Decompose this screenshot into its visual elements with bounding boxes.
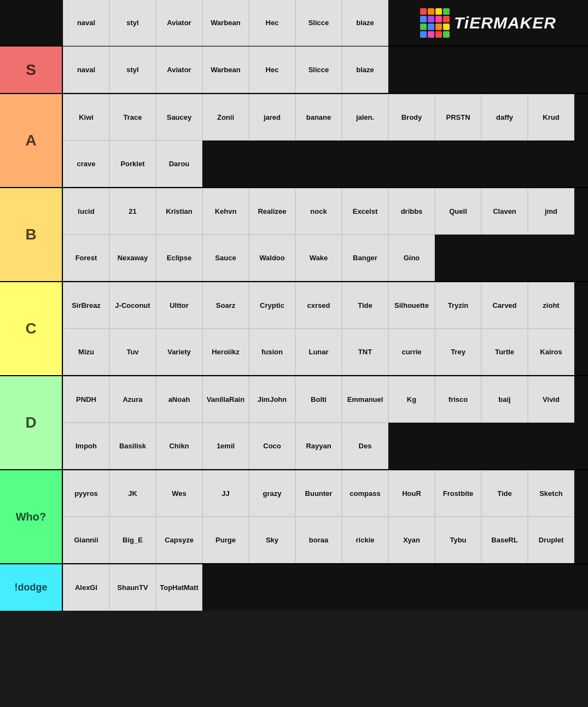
tier-row-c: C SirBreaz J-Coconut Ulttor Soarz Crypti… [0,282,588,376]
cell-saucey: Saucey [156,94,202,141]
cell-blaze: blaze [342,46,388,93]
cell-turtle: Turtle [481,329,528,375]
header-cell-warbean: Warbean [202,0,249,46]
cell-cryptic: Cryptic [249,282,295,329]
logo-grid [420,8,450,38]
cell-lunar: Lunar [295,329,342,375]
cell-1emil: 1emil [202,423,249,469]
cell-fusion: fusion [249,329,295,375]
tier-label-dodge: !dodge [0,564,63,611]
cell-boraa: boraa [295,517,342,563]
logo-dot [420,31,427,38]
cell-tide-c: Tide [342,282,388,329]
cell-brody: Brody [388,94,435,141]
cell-tryzin: Tryzin [435,282,481,329]
cell-tnt: TNT [342,329,388,375]
cell-eclipse: Eclipse [156,235,202,281]
cell-styl: styl [109,46,156,93]
tier-content-b: lucid 21 Kristian Kehvn Realizee nock Ex… [63,188,588,281]
cell-forest: Forest [63,235,109,281]
header-cell-hec: Hec [249,0,295,46]
tier-label-who: Who? [0,470,63,563]
header-row: naval styl Aviator Warbean Hec Slicce bl… [0,0,588,46]
logo-dot [420,8,427,15]
tier-label-s: S [0,46,63,93]
logo-dot [443,8,450,15]
tier-content-dodge: AlexGl ShaunTV TopHatMatt [63,564,588,611]
cell-porklet: Porklet [109,141,156,187]
logo-area: TiERMAKER [388,8,588,38]
tier-row-who: Who? pyyros JK Wes JJ grazy Buunter comp… [0,470,588,564]
cell-rayyan: Rayyan [295,423,342,469]
cell-trace: Trace [109,94,156,141]
cell-sky: Sky [249,517,295,563]
cell-banger: Banger [342,235,388,281]
cell-emmanuel: Emmanuel [342,376,388,423]
tier-label-d: D [0,376,63,469]
cell-kehvn: Kehvn [202,188,249,235]
cell-jared: jared [249,94,295,141]
header-cell-blaze: blaze [342,0,388,46]
cell-pyyros: pyyros [63,470,109,517]
cell-zonii: Zonii [202,94,249,141]
cell-alexgl: AlexGl [63,564,109,611]
cell-purge: Purge [202,517,249,563]
cell-gino: Gino [388,235,435,281]
cell-lucid: lucid [63,188,109,235]
cell-slicce: Slicce [295,46,342,93]
tier-content-d: PNDH Azura aNoah VanillaRain JimJohn Bol… [63,376,588,469]
cell-chikn: Chikn [156,423,202,469]
cell-dribbs: dribbs [388,188,435,235]
cell-hec: Hec [249,46,295,93]
cell-21: 21 [109,188,156,235]
cell-jj: JJ [202,470,249,517]
cell-kristian: Kristian [156,188,202,235]
cell-jmd: jmd [528,188,574,235]
cell-coco: Coco [249,423,295,469]
logo-dot [435,8,442,15]
header-cell-styl: styl [109,0,156,46]
cell-darou: Darou [156,141,202,187]
tier-row-b: B lucid 21 Kristian Kehvn Realizee nock … [0,188,588,282]
cell-crave: crave [63,141,109,187]
cell-zioht: zioht [528,282,574,329]
cell-tuv: Tuv [109,329,156,375]
tier-content-c: SirBreaz J-Coconut Ulttor Soarz Cryptic … [63,282,588,375]
cell-shauntv: ShaunTV [109,564,156,611]
cell-kairos: Kairos [528,329,574,375]
logo-dot [435,31,442,38]
cell-sirbreaz: SirBreaz [63,282,109,329]
logo-container: TiERMAKER [420,8,556,38]
logo-dot [428,8,434,15]
cell-baij: baij [481,376,528,423]
cell-realizee: Realizee [249,188,295,235]
cell-pndh: PNDH [63,376,109,423]
cell-azura: Azura [109,376,156,423]
cell-prstn: PRSTN [435,94,481,141]
tier-content-s: naval styl Aviator Warbean Hec Slicce bl… [63,46,588,93]
cell-des: Des [342,423,388,469]
tier-label-b: B [0,188,63,281]
cell-capsyze: Capsyze [156,517,202,563]
cell-trey: Trey [435,329,481,375]
cell-soarz: Soarz [202,282,249,329]
cell-cxrsed: cxrsed [295,282,342,329]
header-cells: naval styl Aviator Warbean Hec Slicce bl… [63,0,388,46]
cell-daffy: daffy [481,94,528,141]
logo-dot [443,24,450,30]
cell-vanillarain: VanillaRain [202,376,249,423]
cell-grazy: grazy [249,470,295,517]
cell-waldoo: Waldoo [249,235,295,281]
cell-sauce: Sauce [202,235,249,281]
cell-silhouette: Silhouette [388,282,435,329]
cell-heroiikz: Heroiikz [202,329,249,375]
tier-content-a: Kiwi Trace Saucey Zonii jared banane jal… [63,94,588,187]
cell-frostbite: Frostbite [435,470,481,517]
cell-rickie: rickie [342,517,388,563]
cell-wake: Wake [295,235,342,281]
cell-wes: Wes [156,470,202,517]
tier-row-dodge: !dodge AlexGl ShaunTV TopHatMatt [0,564,588,611]
tier-row-d: D PNDH Azura aNoah VanillaRain JimJohn B… [0,376,588,470]
cell-vivid: Vivid [528,376,574,423]
tier-maker-app: naval styl Aviator Warbean Hec Slicce bl… [0,0,588,611]
